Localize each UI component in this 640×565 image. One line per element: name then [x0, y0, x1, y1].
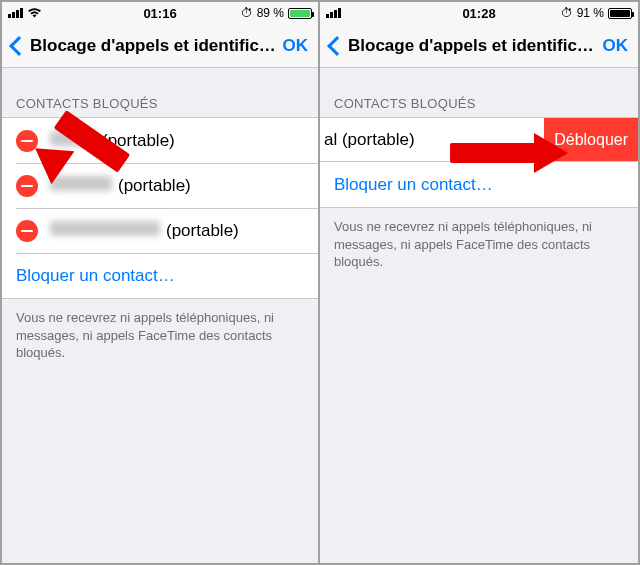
- delete-minus-icon[interactable]: [16, 175, 38, 197]
- contact-name: xxxx (portable): [50, 131, 175, 151]
- footnote: Vous ne recevrez ni appels téléphoniques…: [2, 299, 318, 376]
- section-label: CONTACTS BLOQUÉS: [320, 68, 638, 117]
- back-icon[interactable]: [9, 36, 29, 56]
- back-icon[interactable]: [327, 36, 347, 56]
- contact-type: (portable): [166, 221, 239, 241]
- block-contact-link[interactable]: Bloquer un contact…: [16, 266, 175, 286]
- nav-title: Blocage d'appels et identific…: [348, 36, 597, 56]
- blocked-contact-row[interactable]: xxxxxx (portable): [2, 163, 318, 208]
- battery-percent: 89 %: [257, 6, 284, 20]
- block-contact-link[interactable]: Bloquer un contact…: [334, 175, 493, 195]
- contact-name: xxxxxx (portable): [50, 176, 191, 196]
- battery-icon: [288, 8, 312, 19]
- alarm-icon: ⏱: [561, 6, 573, 20]
- redacted-name: xxxxxx: [50, 176, 112, 191]
- blocked-contacts-list: xxxx (portable) xxxxxx (portable) xxxxxx…: [2, 117, 318, 299]
- delete-minus-icon[interactable]: [16, 220, 38, 242]
- redacted-name: xxxxxxxxxx: [50, 221, 160, 236]
- contact-name: al (portable): [320, 118, 544, 161]
- battery-percent: 91 %: [577, 6, 604, 20]
- section-label: CONTACTS BLOQUÉS: [2, 68, 318, 117]
- ok-button[interactable]: OK: [599, 36, 633, 56]
- signal-icon: [326, 8, 341, 18]
- phone-right: 01:28 ⏱ 91 % Blocage d'appels et identif…: [320, 2, 638, 563]
- blocked-contact-row[interactable]: xxxxxxxxxx (portable): [2, 208, 318, 253]
- status-bar: 01:28 ⏱ 91 %: [320, 2, 638, 24]
- contact-type: (portable): [102, 131, 175, 151]
- blocked-contacts-list: Bloquer un contact…: [320, 162, 638, 208]
- nav-header: Blocage d'appels et identific… OK: [2, 24, 318, 68]
- footnote: Vous ne recevrez ni appels téléphoniques…: [320, 208, 638, 285]
- signal-icon: [8, 8, 23, 18]
- unblock-button[interactable]: Débloquer: [544, 118, 638, 161]
- wifi-icon: [27, 6, 42, 21]
- phone-left: 01:16 ⏱ 89 % Blocage d'appels et identif…: [2, 2, 320, 563]
- contact-type: (portable): [118, 176, 191, 196]
- blocked-contact-row[interactable]: xxxx (portable): [2, 118, 318, 163]
- battery-icon: [608, 8, 632, 19]
- block-contact-row[interactable]: Bloquer un contact…: [320, 162, 638, 207]
- nav-header: Blocage d'appels et identific… OK: [320, 24, 638, 68]
- status-bar: 01:16 ⏱ 89 %: [2, 2, 318, 24]
- blocked-contact-row-swiped[interactable]: al (portable) Débloquer: [320, 117, 638, 162]
- contact-name: xxxxxxxxxx (portable): [50, 221, 239, 241]
- ok-button[interactable]: OK: [279, 36, 313, 56]
- nav-title: Blocage d'appels et identific…: [30, 36, 277, 56]
- delete-minus-icon[interactable]: [16, 130, 38, 152]
- alarm-icon: ⏱: [241, 6, 253, 20]
- two-phone-comparison: 01:16 ⏱ 89 % Blocage d'appels et identif…: [0, 0, 640, 565]
- redacted-name: xxxx: [50, 131, 96, 146]
- block-contact-row[interactable]: Bloquer un contact…: [2, 253, 318, 298]
